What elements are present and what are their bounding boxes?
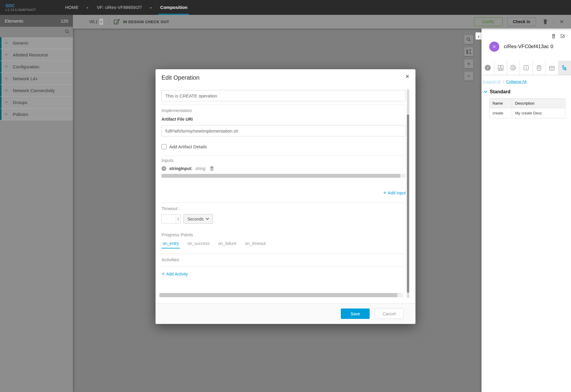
info-icon: i bbox=[485, 65, 491, 71]
panel-tabs: i bbox=[481, 61, 571, 75]
progress-points-tabs: on_entry on_success on_failure on_timeou… bbox=[161, 241, 267, 248]
close-icon[interactable]: ✕ bbox=[560, 19, 564, 25]
search-icon bbox=[466, 37, 471, 42]
tab-deployment-artifacts[interactable] bbox=[546, 61, 559, 75]
sidebar-item-label: Allotted Resource bbox=[13, 52, 48, 57]
plus-icon: + bbox=[383, 190, 386, 196]
delete-icon[interactable] bbox=[551, 34, 556, 39]
edit-icon[interactable] bbox=[560, 34, 565, 39]
add-artifact-details-checkbox[interactable]: Add Artifact Details bbox=[161, 144, 207, 149]
add-input-label: Add Input bbox=[388, 191, 406, 195]
sidebar-item-label: Network L4+ bbox=[13, 76, 38, 81]
clipboard-icon bbox=[536, 65, 542, 71]
timeout-number-input: ▲▼ bbox=[161, 214, 181, 223]
add-activity-label: Add Activity bbox=[166, 272, 188, 276]
scrollbar-thumb[interactable] bbox=[161, 174, 400, 178]
canvas-search-button[interactable] bbox=[464, 35, 473, 44]
activities-label: Activities bbox=[161, 257, 179, 262]
sidebar-item-network-l4[interactable]: Network L4+ bbox=[0, 73, 73, 85]
version-label: V0.1 bbox=[89, 19, 98, 24]
sidebar-item-configuration[interactable]: Configuration bbox=[0, 61, 73, 73]
component-identity: R ciRes-VFC0ef413ac 0 bbox=[489, 42, 571, 52]
delete-input-icon[interactable] bbox=[210, 166, 214, 171]
version-text: v.1.14.5-SNAPSHOT bbox=[5, 8, 50, 12]
timeout-unit-dropdown[interactable]: Seconds bbox=[183, 214, 213, 224]
logo-text: SDC bbox=[5, 3, 50, 8]
sidebar-item-network-connectivity[interactable]: Network Connectivity bbox=[0, 85, 73, 97]
scrollbar-thumb[interactable] bbox=[159, 293, 397, 297]
scrollbar-thumb[interactable] bbox=[407, 114, 409, 293]
tab-operations[interactable] bbox=[559, 61, 571, 75]
breadcrumb-composition[interactable]: Composition bbox=[159, 0, 189, 15]
checkbox-label: Add Artifact Details bbox=[169, 144, 207, 149]
chevron-down-icon bbox=[5, 42, 8, 44]
tab-composition[interactable] bbox=[494, 61, 507, 75]
standard-section-header[interactable]: Standard bbox=[484, 89, 571, 95]
chevron-down-icon bbox=[5, 66, 8, 68]
save-button[interactable]: Save bbox=[341, 308, 370, 319]
tab-on-entry[interactable]: on_entry bbox=[161, 241, 180, 248]
operations-table: Name Description create My create Desc bbox=[489, 98, 565, 118]
chevron-down-icon bbox=[5, 113, 8, 115]
add-activity-link[interactable]: + Add Activity bbox=[161, 271, 188, 277]
avatar: R bbox=[489, 42, 499, 52]
checkin-button[interactable]: Check in bbox=[507, 17, 536, 26]
collapse-all-link[interactable]: Collapse All bbox=[506, 79, 526, 84]
chevron-down-icon bbox=[206, 218, 209, 220]
spinner-down-icon[interactable]: ▼ bbox=[177, 219, 179, 221]
tab-on-success[interactable]: on_success bbox=[186, 241, 211, 248]
elements-count: 120 bbox=[61, 18, 68, 23]
sidebar-item-allotted-resource[interactable]: Allotted Resource bbox=[0, 49, 73, 61]
breadcrumb-vf[interactable]: VF: ciRes-VF886591f7 bbox=[95, 0, 144, 15]
sidebar-item-generic[interactable]: Generic bbox=[0, 37, 73, 49]
composition-toolbar: V0.1 ▾ IN DESIGN CHECK OUT Certify Check… bbox=[73, 15, 571, 29]
operation-description-input[interactable] bbox=[161, 90, 406, 101]
sidebar-item-policies[interactable]: Policies bbox=[0, 108, 73, 120]
tab-settings[interactable] bbox=[507, 61, 520, 75]
panel-expand-toggle[interactable]: › bbox=[476, 32, 481, 40]
toolbar-divider bbox=[553, 18, 554, 26]
implementation-label: Implementation bbox=[161, 108, 192, 113]
zoom-out-button[interactable]: − bbox=[464, 72, 473, 81]
top-header: SDC v.1.14.5-SNAPSHOT HOME ▸ VF: ciRes-V… bbox=[0, 0, 571, 15]
add-input-link[interactable]: + Add Input bbox=[383, 190, 406, 196]
tab-artifacts[interactable] bbox=[533, 61, 546, 75]
search-input[interactable] bbox=[0, 27, 73, 37]
expand-all-link[interactable]: Expand All bbox=[482, 79, 501, 84]
component-details-panel: R ciRes-VFC0ef413ac 0 i bbox=[481, 29, 571, 392]
close-icon[interactable]: ✕ bbox=[405, 73, 410, 80]
elements-search bbox=[0, 27, 73, 37]
tab-information[interactable] bbox=[520, 61, 533, 75]
status-text: IN DESIGN CHECK OUT bbox=[123, 20, 169, 24]
certify-button[interactable]: Certify bbox=[474, 17, 503, 26]
tab-on-failure[interactable]: on_failure bbox=[217, 241, 238, 248]
checkbox-icon[interactable] bbox=[161, 144, 167, 149]
cancel-button[interactable]: Cancel bbox=[375, 308, 404, 319]
breadcrumb-home[interactable]: HOME bbox=[63, 0, 80, 15]
timeout-label: Timeout : bbox=[161, 206, 180, 211]
sidebar-item-label: Generic bbox=[13, 40, 29, 45]
elements-title: Elements bbox=[5, 18, 23, 23]
divider bbox=[161, 155, 406, 155]
tab-on-timeout[interactable]: on_timeout bbox=[244, 241, 267, 248]
sidebar-item-label: Network Connectivity bbox=[13, 88, 55, 93]
modal-horizontal-scrollbar bbox=[159, 293, 403, 297]
timeout-value-field[interactable] bbox=[162, 215, 176, 223]
workflow-icon bbox=[561, 65, 568, 71]
expand-plus-icon[interactable]: + bbox=[161, 166, 166, 171]
zoom-in-button[interactable]: + bbox=[464, 59, 473, 68]
info-square-icon bbox=[523, 65, 529, 71]
sidebar-item-groups[interactable]: Groups bbox=[0, 97, 73, 108]
tab-info[interactable]: i bbox=[481, 61, 494, 75]
spinner-up-icon[interactable]: ▲ bbox=[177, 217, 179, 219]
fit-to-screen-button[interactable] bbox=[464, 47, 473, 56]
cell-name: create bbox=[490, 108, 512, 118]
column-header-name: Name bbox=[490, 99, 512, 108]
table-row[interactable]: create My create Desc bbox=[490, 108, 565, 118]
artifact-uri-input[interactable] bbox=[161, 125, 406, 136]
number-spinner[interactable]: ▲▼ bbox=[176, 215, 180, 223]
version-dropdown-button[interactable]: ▾ bbox=[99, 18, 103, 25]
delete-icon[interactable] bbox=[542, 19, 548, 25]
input-type: string bbox=[195, 166, 206, 171]
chevron-down-icon bbox=[5, 78, 8, 80]
